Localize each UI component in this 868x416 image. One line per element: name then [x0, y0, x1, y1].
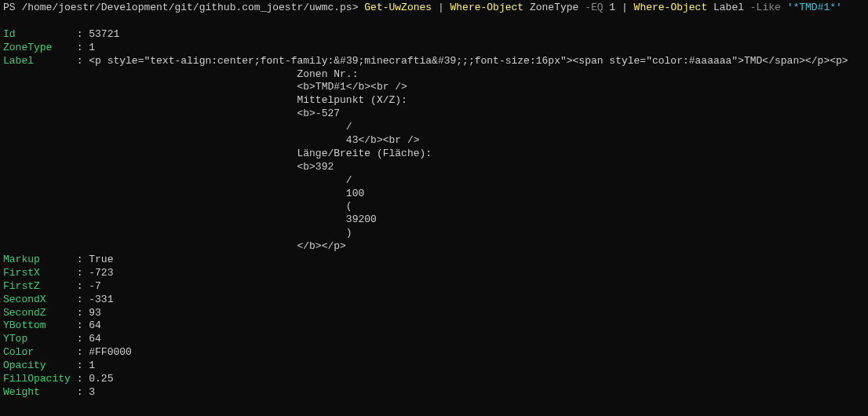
- row-color: Color : #FF0000: [3, 346, 865, 359]
- key-weight: Weight: [3, 386, 71, 398]
- val-markup: True: [89, 254, 113, 265]
- cmdlet-get-uwzones: Get-UwZones: [364, 2, 432, 13]
- arg-space: [781, 2, 787, 13]
- sep: :: [71, 280, 89, 292]
- key-ytop: YTop: [3, 333, 71, 345]
- label-line-10: /: [3, 174, 865, 188]
- sep: :: [71, 28, 89, 40]
- val-weight: 3: [89, 386, 95, 398]
- row-secondx: SecondX : -331: [3, 294, 865, 307]
- pipe-2: |: [615, 2, 633, 13]
- val-ytop: 64: [89, 333, 101, 345]
- label-line-8: Länge/Breite (Fläche):: [3, 148, 865, 161]
- label-line-2: Zonen Nr.:: [3, 68, 865, 82]
- label-line-7: 43</b><br />: [3, 134, 865, 148]
- blank-line-2: [3, 400, 865, 413]
- row-firstx: FirstX : -723: [3, 267, 865, 280]
- row-id: Id : 53721: [3, 28, 865, 42]
- label-line-14: ): [3, 227, 865, 240]
- sep: :: [71, 346, 89, 358]
- cmdlet-where-object-1: Where-Object: [450, 2, 524, 13]
- key-markup: Markup: [3, 254, 71, 265]
- row-markup: Markup : True: [3, 254, 865, 267]
- sep: :: [71, 307, 89, 319]
- sep: :: [71, 55, 89, 67]
- row-ytop: YTop : 64: [3, 333, 865, 346]
- key-firstx: FirstX: [3, 267, 71, 279]
- val-firstx: -723: [89, 267, 113, 279]
- blank-line: [3, 15, 865, 28]
- key-fillopacity: FillOpacity: [3, 373, 71, 385]
- key-opacity: Opacity: [3, 359, 71, 371]
- prompt-line-1[interactable]: PS /home/joestr/Development/git/github.c…: [3, 2, 865, 15]
- sep: :: [71, 267, 89, 279]
- row-firstz: FirstZ : -7: [3, 280, 865, 294]
- op-like: -Like: [750, 2, 781, 13]
- key-secondx: SecondX: [3, 294, 71, 305]
- label-line-9: <b>392: [3, 161, 865, 174]
- cmdlet-where-object-2: Where-Object: [634, 2, 708, 13]
- sep: :: [71, 386, 89, 398]
- arg-1: 1: [604, 2, 616, 13]
- blank-line-3: [3, 413, 865, 416]
- label-line-13: 39200: [3, 213, 865, 227]
- sep: :: [71, 254, 89, 265]
- row-weight: Weight : 3: [3, 386, 865, 400]
- val-firstz: -7: [89, 280, 101, 292]
- key-id: Id: [3, 28, 71, 40]
- key-zonetype: ZoneType: [3, 42, 71, 53]
- arg-zonetype: ZoneType: [523, 2, 585, 13]
- row-opacity: Opacity : 1: [3, 359, 865, 373]
- sep: :: [71, 333, 89, 345]
- val-color: #FF0000: [89, 346, 132, 358]
- row-zonetype: ZoneType : 1: [3, 42, 865, 55]
- val-opacity: 1: [89, 359, 95, 371]
- val-label: <p style="text-align:center;font-family:…: [89, 55, 848, 67]
- val-secondz: 93: [89, 307, 101, 319]
- label-line-6: /: [3, 121, 865, 134]
- val-id: 53721: [89, 28, 119, 40]
- prompt-path: /home/joestr/Development/git/github.com_…: [21, 2, 364, 13]
- key-label: Label: [3, 55, 71, 67]
- label-line-5: <b>-527: [3, 108, 865, 121]
- key-color: Color: [3, 346, 71, 358]
- row-secondz: SecondZ : 93: [3, 307, 865, 320]
- row-label: Label : <p style="text-align:center;font…: [3, 55, 865, 68]
- label-line-15: </b></p>: [3, 240, 865, 254]
- val-secondx: -331: [89, 294, 113, 305]
- ps-prefix: PS: [3, 2, 21, 13]
- sep: :: [71, 319, 89, 331]
- sep: :: [71, 42, 89, 53]
- label-line-4: Mittelpunkt (X/Z):: [3, 94, 865, 108]
- key-secondz: SecondZ: [3, 307, 71, 319]
- row-fillopacity: FillOpacity : 0.25: [3, 373, 865, 386]
- pipe-1: |: [432, 2, 450, 13]
- label-line-11: 100: [3, 188, 865, 201]
- label-line-12: (: [3, 200, 865, 213]
- sep: :: [71, 294, 89, 305]
- key-firstz: FirstZ: [3, 280, 71, 292]
- row-ybottom: YBottom : 64: [3, 319, 865, 333]
- op-eq: -EQ: [585, 2, 603, 13]
- key-ybottom: YBottom: [3, 319, 71, 331]
- sep: :: [71, 373, 89, 385]
- arg-tmd-pattern: '*TMD#1*': [787, 2, 842, 13]
- val-ybottom: 64: [89, 319, 101, 331]
- label-line-3: <b>TMD#1</b><br />: [3, 81, 865, 94]
- arg-label: Label: [707, 2, 750, 13]
- val-zonetype: 1: [89, 42, 95, 53]
- val-fillopacity: 0.25: [89, 373, 113, 385]
- sep: :: [71, 359, 89, 371]
